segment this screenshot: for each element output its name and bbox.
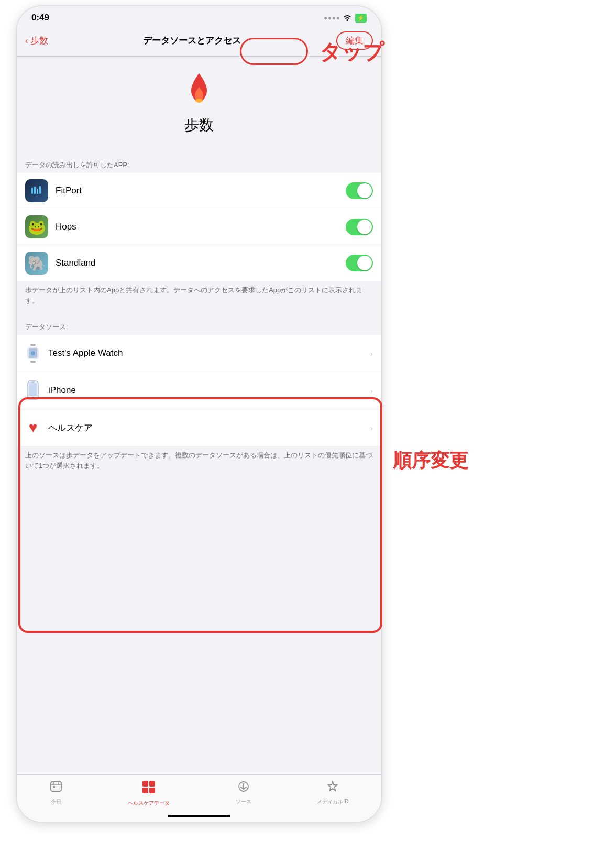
home-indicator — [168, 815, 230, 817]
apple-watch-name: Test's Apple Watch — [48, 348, 370, 358]
list-item[interactable]: 🐘 Standland — [17, 245, 381, 281]
nav-title: データソースとアクセス — [143, 35, 241, 47]
back-chevron-icon: ‹ — [25, 36, 28, 46]
chevron-icon: › — [370, 423, 373, 432]
content-area: 歩数 データの読み出しを許可したAPP: FitPort 🐸 — [17, 57, 381, 783]
tab-today[interactable]: 今日 — [50, 780, 62, 805]
sources-label: ソース — [236, 798, 251, 805]
svg-rect-6 — [30, 361, 36, 363]
svg-point-9 — [31, 351, 35, 355]
svg-rect-20 — [149, 781, 155, 787]
sources-icon — [237, 780, 250, 796]
fitport-name: FitPort — [56, 186, 346, 196]
fitport-icon — [25, 179, 48, 202]
datasource-section: データソース: Test's A — [17, 318, 381, 479]
list-item[interactable]: 🐸 Hops — [17, 209, 381, 245]
datasource-list: Test's Apple Watch › — [17, 335, 381, 446]
today-icon — [50, 780, 62, 796]
today-label: 今日 — [51, 798, 61, 805]
list-item[interactable]: iPhone › — [17, 372, 381, 409]
svg-rect-22 — [149, 788, 155, 793]
app-list: FitPort 🐸 Hops 🐘 Standland — [17, 173, 381, 281]
svg-rect-13 — [31, 382, 35, 383]
list-item[interactable]: Test's Apple Watch › — [17, 335, 381, 372]
svg-rect-19 — [142, 781, 148, 787]
svg-rect-1 — [31, 188, 33, 194]
back-button[interactable]: ‹ 歩数 — [25, 35, 48, 47]
apple-watch-icon — [25, 342, 41, 365]
list-item[interactable]: ♥ ヘルスケア › — [17, 409, 381, 446]
order-annotation: 順序変更 — [393, 448, 468, 474]
fitport-toggle[interactable] — [346, 182, 373, 199]
svg-rect-2 — [34, 187, 36, 194]
chevron-icon: › — [370, 349, 373, 358]
status-time: 0:49 — [31, 13, 49, 23]
tab-health-data[interactable]: ヘルスケアデータ — [128, 780, 170, 807]
signal-dots — [324, 17, 339, 19]
svg-rect-11 — [29, 383, 37, 396]
tap-annotation: タップ — [320, 38, 384, 67]
hops-name: Hops — [56, 222, 346, 232]
datasource-footer: 上のソースは歩データをアップデートできます。複数のデータソースがある場合は、上の… — [17, 446, 381, 479]
tab-medical-id[interactable]: メディカルID — [317, 780, 348, 805]
datasource-label: データソース: — [17, 318, 381, 335]
health-data-label: ヘルスケアデータ — [128, 800, 170, 807]
standland-icon: 🐘 — [25, 252, 48, 275]
status-icons: ⚡ — [324, 14, 367, 23]
app-access-footer: 歩データが上のリスト内のAppと共有されます。データへのアクセスを要求したApp… — [17, 281, 381, 314]
tab-sources[interactable]: ソース — [236, 780, 251, 805]
svg-point-12 — [32, 397, 34, 399]
svg-rect-21 — [142, 788, 148, 793]
app-access-label: データの読み出しを許可したAPP: — [17, 156, 381, 173]
svg-rect-3 — [37, 189, 38, 194]
back-label: 歩数 — [30, 35, 48, 47]
list-item[interactable]: FitPort — [17, 173, 381, 209]
standland-toggle[interactable] — [346, 255, 373, 271]
health-icon: ♥ — [25, 416, 41, 439]
battery-icon: ⚡ — [355, 14, 367, 23]
iphone-icon — [25, 379, 41, 402]
svg-rect-14 — [51, 782, 61, 791]
svg-rect-5 — [30, 344, 36, 346]
medical-id-label: メディカルID — [317, 798, 348, 805]
svg-rect-18 — [53, 786, 55, 788]
header-title: 歩数 — [184, 115, 214, 135]
phone-frame: 0:49 ⚡ ‹ 歩数 データソースとアクセス 編集 — [16, 5, 382, 823]
status-bar: 0:49 ⚡ — [17, 6, 381, 27]
standland-name: Standland — [56, 258, 346, 268]
iphone-name: iPhone — [48, 385, 370, 396]
header-section: 歩数 — [17, 57, 381, 156]
hops-toggle[interactable] — [346, 219, 373, 235]
healthcare-name: ヘルスケア — [48, 422, 370, 434]
flame-icon — [183, 72, 215, 109]
medical-id-icon — [326, 780, 339, 796]
svg-rect-4 — [39, 186, 41, 194]
svg-point-0 — [195, 99, 203, 103]
chevron-icon: › — [370, 386, 373, 395]
hops-icon: 🐸 — [25, 215, 48, 238]
health-data-icon — [142, 780, 156, 798]
wifi-icon — [343, 14, 352, 23]
